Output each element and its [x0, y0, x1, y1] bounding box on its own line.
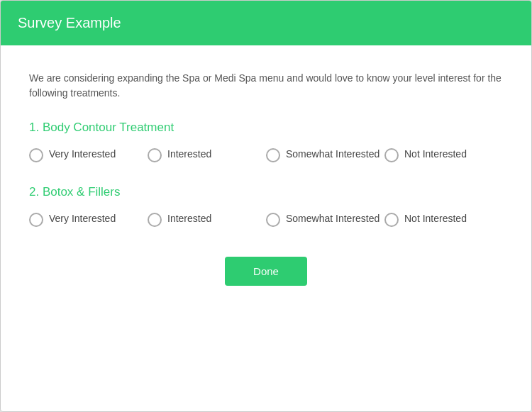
survey-title: Survey Example: [18, 15, 121, 30]
survey-description: We are considering expanding the Spa or …: [29, 71, 503, 101]
q2-option-somewhat-interested[interactable]: Somewhat Interested: [266, 212, 384, 227]
q1-radio-not-interested[interactable]: [384, 148, 399, 162]
q2-label-not-interested: Not Interested: [404, 212, 467, 226]
q1-label-interested: Interested: [167, 147, 211, 162]
q1-option-interested[interactable]: Interested: [148, 147, 266, 162]
q2-radio-interested[interactable]: [148, 213, 162, 227]
q1-radio-interested[interactable]: [148, 148, 162, 162]
question-1-options-row: Very Interested Interested Somewhat Inte…: [29, 147, 503, 162]
q1-radio-very-interested[interactable]: [29, 148, 43, 162]
survey-body: We are considering expanding the Spa or …: [1, 45, 531, 411]
q2-radio-somewhat-interested[interactable]: [266, 213, 280, 227]
q1-label-somewhat-interested: Somewhat Interested: [286, 147, 379, 162]
q1-option-very-interested[interactable]: Very Interested: [29, 147, 148, 162]
q1-label-very-interested: Very Interested: [49, 147, 116, 162]
q2-option-not-interested[interactable]: Not Interested: [384, 212, 503, 227]
q2-label-somewhat-interested: Somewhat Interested: [286, 212, 379, 226]
q2-radio-very-interested[interactable]: [29, 213, 43, 227]
q2-option-interested[interactable]: Interested: [148, 212, 266, 227]
done-button[interactable]: Done: [225, 257, 307, 286]
q1-radio-somewhat-interested[interactable]: [266, 148, 280, 162]
q2-label-interested: Interested: [167, 212, 211, 226]
question-1-title: 1. Body Contour Treatment: [29, 121, 503, 135]
q2-radio-not-interested[interactable]: [384, 213, 399, 227]
q1-option-not-interested[interactable]: Not Interested: [384, 147, 503, 162]
survey-header: Survey Example: [1, 1, 531, 45]
q2-label-very-interested: Very Interested: [49, 212, 116, 226]
question-2-options-row: Very Interested Interested Somewhat Inte…: [29, 212, 503, 227]
question-2-title: 2. Botox & Fillers: [29, 185, 503, 199]
q1-label-not-interested: Not Interested: [404, 147, 467, 162]
survey-container: Survey Example We are considering expand…: [0, 0, 532, 412]
q1-option-somewhat-interested[interactable]: Somewhat Interested: [266, 147, 384, 162]
done-row: Done: [29, 257, 503, 286]
question-1-block: 1. Body Contour Treatment Very Intereste…: [29, 121, 503, 162]
question-2-block: 2. Botox & Fillers Very Interested Inter…: [29, 185, 503, 227]
q2-option-very-interested[interactable]: Very Interested: [29, 212, 148, 227]
